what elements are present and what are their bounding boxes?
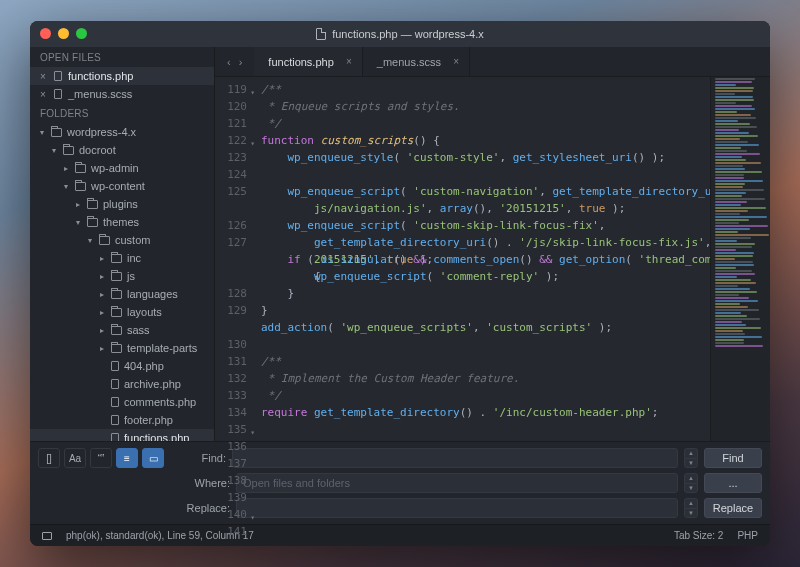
context-toggle-1[interactable]: ≡ (116, 448, 138, 468)
replace-stepper[interactable]: ▲▼ (684, 498, 698, 518)
regex-toggle[interactable]: [] (38, 448, 60, 468)
disclosure-icon[interactable]: ▾ (74, 218, 82, 227)
tab-bar: ‹ › functions.php×_menus.scss× (215, 47, 770, 77)
nav-back-icon[interactable]: ‹ (227, 56, 231, 68)
fold-icon[interactable]: ▾ (250, 509, 255, 526)
sidebar: OPEN FILES ×functions.php×_menus.scss FO… (30, 47, 215, 441)
open-file-item[interactable]: ×_menus.scss (30, 85, 214, 103)
tree-row[interactable]: comments.php (30, 393, 214, 411)
code-line: wp_enqueue_script( 'custom-skip-link-foc… (261, 217, 710, 234)
tree-row[interactable]: ▸layouts (30, 303, 214, 321)
line-number: 122▾ (215, 132, 247, 149)
replace-input[interactable] (236, 498, 678, 518)
editor-area: ‹ › functions.php×_menus.scss× 119▾12012… (215, 47, 770, 441)
open-files-header: OPEN FILES (30, 47, 214, 67)
tab[interactable]: functions.php× (254, 47, 362, 76)
tree-row[interactable]: ▾docroot (30, 141, 214, 159)
tree-row[interactable]: ▸languages (30, 285, 214, 303)
tree-label: comments.php (124, 396, 196, 408)
tree-label: functions.php (124, 432, 189, 441)
tree-row[interactable]: 404.php (30, 357, 214, 375)
tree-row[interactable]: ▸template-parts (30, 339, 214, 357)
tree-row[interactable]: ▾themes (30, 213, 214, 231)
close-icon[interactable] (40, 28, 51, 39)
tree-row[interactable]: ▾wp-content (30, 177, 214, 195)
code-line: wp_enqueue_style( 'custom-style', get_st… (261, 149, 710, 166)
close-icon[interactable]: × (453, 56, 459, 67)
folder-icon (75, 164, 86, 173)
disclosure-icon[interactable]: ▾ (86, 236, 94, 245)
disclosure-icon[interactable]: ▸ (74, 200, 82, 209)
tree-row[interactable]: ▾custom (30, 231, 214, 249)
line-number: 132 (215, 370, 247, 387)
line-number: 133 (215, 387, 247, 404)
minimize-icon[interactable] (58, 28, 69, 39)
tree-row[interactable]: ▾wordpress-4.x (30, 123, 214, 141)
disclosure-icon[interactable]: ▸ (98, 326, 106, 335)
close-icon[interactable]: × (38, 89, 48, 100)
tab[interactable]: _menus.scss× (363, 47, 470, 76)
find-input[interactable] (232, 448, 678, 468)
tree-row[interactable]: functions.php (30, 429, 214, 441)
document-icon (54, 71, 62, 81)
document-icon (316, 28, 326, 40)
disclosure-icon[interactable]: ▸ (98, 308, 106, 317)
find-button[interactable]: Find (704, 448, 762, 468)
folder-icon (111, 326, 122, 335)
disclosure-icon[interactable]: ▸ (98, 254, 106, 263)
close-icon[interactable]: × (38, 71, 48, 82)
disclosure-icon[interactable]: ▾ (38, 128, 46, 137)
language-indicator[interactable]: PHP (737, 530, 758, 541)
replace-button[interactable]: Replace (704, 498, 762, 518)
line-number: 131 (215, 353, 247, 370)
code-line: /** (261, 353, 710, 370)
where-stepper[interactable]: ▲▼ (684, 473, 698, 493)
disclosure-icon[interactable]: ▾ (50, 146, 58, 155)
tab-label: functions.php (268, 56, 333, 68)
tree-row[interactable]: footer.php (30, 411, 214, 429)
open-file-item[interactable]: ×functions.php (30, 67, 214, 85)
case-toggle[interactable]: Aa (64, 448, 86, 468)
folder-tree: ▾wordpress-4.x▾docroot▸wp-admin▾wp-conte… (30, 123, 214, 441)
file-icon (111, 379, 119, 389)
line-number: 121 (215, 115, 247, 132)
line-gutter: 119▾120121122▾12312412512612712812913013… (215, 77, 255, 441)
folder-icon (87, 200, 98, 209)
disclosure-icon[interactable]: ▸ (98, 344, 106, 353)
minimap[interactable] (710, 77, 770, 441)
zoom-icon[interactable] (76, 28, 87, 39)
code-content[interactable]: /** * Enqueue scripts and styles. */func… (255, 77, 710, 441)
tree-label: wordpress-4.x (67, 126, 136, 138)
code-line: add_action( 'wp_enqueue_scripts', 'custo… (261, 319, 710, 336)
line-number: 124 (215, 166, 247, 183)
title-bar[interactable]: functions.php — wordpress-4.x (30, 21, 770, 47)
tree-row[interactable]: ▸wp-admin (30, 159, 214, 177)
word-toggle[interactable]: “” (90, 448, 112, 468)
folder-icon (63, 146, 74, 155)
code-line: } (261, 302, 710, 319)
tree-row[interactable]: archive.php (30, 375, 214, 393)
tree-row[interactable]: ▸plugins (30, 195, 214, 213)
tree-row[interactable]: ▸inc (30, 249, 214, 267)
context-toggle-2[interactable]: ▭ (142, 448, 164, 468)
code-line (261, 166, 710, 183)
open-file-label: functions.php (68, 70, 133, 82)
tree-label: footer.php (124, 414, 173, 426)
code-line: require get_template_directory() . '/inc… (261, 404, 710, 421)
tree-row[interactable]: ▸js (30, 267, 214, 285)
nav-forward-icon[interactable]: › (239, 56, 243, 68)
nav-arrows: ‹ › (215, 47, 254, 76)
find-stepper[interactable]: ▲▼ (684, 448, 698, 468)
where-input[interactable] (236, 473, 678, 493)
close-icon[interactable]: × (346, 56, 352, 67)
tree-label: languages (127, 288, 178, 300)
disclosure-icon[interactable]: ▸ (98, 272, 106, 281)
disclosure-icon[interactable]: ▸ (62, 164, 70, 173)
tab-size-indicator[interactable]: Tab Size: 2 (674, 530, 723, 541)
disclosure-icon[interactable]: ▸ (98, 290, 106, 299)
where-browse-button[interactable]: ... (704, 473, 762, 493)
line-number: 129 (215, 302, 247, 319)
tree-row[interactable]: ▸sass (30, 321, 214, 339)
folder-icon (111, 254, 122, 263)
disclosure-icon[interactable]: ▾ (62, 182, 70, 191)
